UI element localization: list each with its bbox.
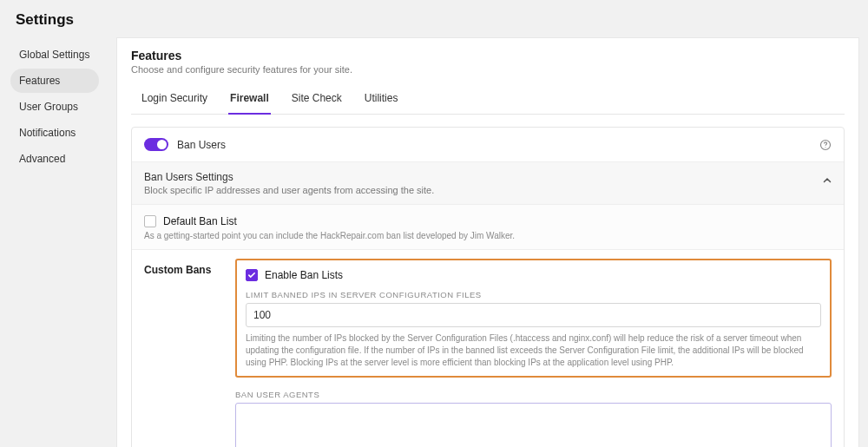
features-tabs: Login Security Firewall Site Check Utili… [131, 87, 845, 115]
limit-ips-input[interactable] [246, 303, 821, 327]
limit-ips-label: LIMIT BANNED IPS IN SERVER CONFIGURATION… [246, 290, 821, 299]
default-ban-list-checkbox[interactable] [144, 215, 156, 227]
ban-users-toggle-label: Ban Users [177, 139, 226, 151]
default-ban-list-row: Default Ban List As a getting-started po… [132, 204, 844, 249]
tab-login-security[interactable]: Login Security [140, 87, 209, 115]
ban-user-agents-label: BAN USER AGENTS [235, 390, 832, 399]
custom-bans-title: Custom Bans [144, 262, 218, 276]
tab-firewall[interactable]: Firewall [228, 87, 271, 115]
tab-site-check[interactable]: Site Check [290, 87, 344, 115]
features-subtitle: Choose and configure security features f… [131, 64, 845, 75]
custom-bans-section: Custom Bans Enable Ban Lists LIMIT BANNE… [132, 249, 844, 447]
chevron-up-icon [823, 176, 832, 185]
sidebar-item-advanced[interactable]: Advanced [10, 147, 99, 171]
enable-ban-lists-label: Enable Ban Lists [265, 269, 343, 281]
sidebar-item-features[interactable]: Features [10, 69, 99, 93]
enable-ban-lists-checkbox[interactable] [246, 269, 258, 281]
default-ban-list-help: As a getting-started point you can inclu… [144, 231, 832, 240]
ban-users-settings-desc: Block specific IP addresses and user age… [144, 185, 832, 195]
sidebar-item-user-groups[interactable]: User Groups [10, 95, 99, 119]
ban-user-agents-textarea[interactable] [235, 403, 832, 447]
svg-point-1 [825, 147, 825, 148]
help-icon[interactable] [819, 139, 832, 151]
sidebar-item-global-settings[interactable]: Global Settings [10, 43, 99, 67]
limit-ips-help: Limiting the number of IPs blocked by th… [246, 332, 821, 369]
ban-users-toggle[interactable] [144, 138, 168, 151]
default-ban-list-label: Default Ban List [163, 215, 237, 227]
sidebar: Global Settings Features User Groups Not… [0, 37, 106, 173]
features-title: Features [131, 49, 845, 62]
ban-users-card: Ban Users Ban Users Settings Block speci… [131, 127, 845, 447]
main-panel: Features Choose and configure security f… [116, 37, 859, 447]
page-title: Settings [0, 0, 868, 37]
ban-users-header: Ban Users [132, 128, 844, 161]
custom-bans-highlight: Enable Ban Lists LIMIT BANNED IPS IN SER… [235, 259, 832, 378]
ban-users-settings-title: Ban Users Settings [144, 171, 832, 183]
sidebar-item-notifications[interactable]: Notifications [10, 121, 99, 145]
tab-utilities[interactable]: Utilities [363, 87, 400, 115]
ban-users-settings-row[interactable]: Ban Users Settings Block specific IP add… [132, 161, 844, 204]
